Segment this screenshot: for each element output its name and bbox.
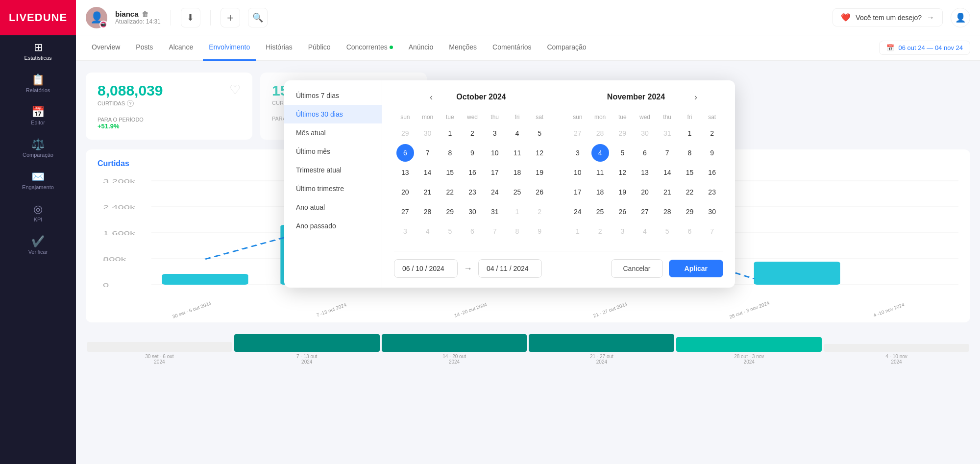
cal-day[interactable]: 30 [636, 124, 654, 142]
cal-day[interactable]: 14 [419, 164, 437, 181]
cancel-button[interactable]: Cancelar [611, 259, 663, 278]
quick-pick-ano-passado[interactable]: Ano passado [284, 217, 382, 235]
cal-day[interactable]: 13 [396, 164, 414, 181]
cal-day[interactable]: 14 [659, 164, 676, 181]
cal-day[interactable]: 5 [441, 222, 459, 240]
cal-day[interactable]: 21 [659, 183, 676, 201]
cal-day[interactable]: 10 [486, 144, 504, 162]
profile-button[interactable]: 👤 [951, 8, 970, 27]
cal-day[interactable]: 29 [613, 124, 631, 142]
cal-day[interactable]: 8 [681, 144, 698, 162]
delete-account-icon[interactable]: 🗑 [142, 10, 148, 18]
cal-day[interactable]: 7 [703, 222, 721, 240]
sidebar-item-verificar[interactable]: ✔️ Verificar [0, 229, 76, 262]
apply-button[interactable]: Aplicar [669, 260, 723, 277]
cal-day[interactable]: 5 [613, 144, 631, 162]
cal-day[interactable]: 7 [486, 222, 504, 240]
cal-day[interactable]: 31 [659, 124, 676, 142]
cal-prev-button[interactable]: ‹ [424, 90, 438, 104]
search-button[interactable]: 🔍 [248, 8, 268, 27]
tab-publico[interactable]: Público [302, 35, 337, 61]
cal-day[interactable]: 13 [636, 164, 654, 181]
cal-day[interactable]: 9 [464, 144, 481, 162]
cal-day[interactable]: 28 [419, 203, 437, 220]
tab-envolvimento[interactable]: Envolvimento [203, 35, 256, 61]
date-from-input[interactable]: 06 / 10 / 2024 [394, 259, 458, 278]
info-icon[interactable]: ? [127, 100, 134, 107]
quick-pick-ano-atual[interactable]: Ano atual [284, 198, 382, 217]
cal-day[interactable]: 19 [613, 183, 631, 201]
quick-pick-7dias[interactable]: Últimos 7 dias [284, 86, 382, 105]
tab-overview[interactable]: Overview [86, 35, 126, 61]
tab-comentarios[interactable]: Comentários [487, 35, 537, 61]
cal-day[interactable]: 3 [396, 222, 414, 240]
cal-day[interactable]: 11 [508, 144, 526, 162]
cal-day-selected-4[interactable]: 4 [591, 144, 609, 162]
cal-day[interactable]: 18 [508, 164, 526, 181]
cal-day[interactable]: 29 [396, 124, 414, 142]
cal-day[interactable]: 6 [681, 222, 698, 240]
cal-day[interactable]: 2 [591, 222, 609, 240]
cal-next-button[interactable]: › [689, 90, 703, 104]
cal-day[interactable]: 11 [591, 164, 609, 181]
sidebar-item-relatorios[interactable]: 📋 Relatórios [0, 68, 76, 100]
cal-day[interactable]: 17 [486, 164, 504, 181]
tab-alcance[interactable]: Alcance [163, 35, 199, 61]
cal-day[interactable]: 18 [591, 183, 609, 201]
date-range-button[interactable]: 📅 06 out 24 — 04 nov 24 [879, 41, 970, 55]
sidebar-item-estatisticas[interactable]: ⊞ Estatísticas [0, 35, 76, 68]
cal-day[interactable]: 19 [531, 164, 548, 181]
cal-day[interactable]: 21 [419, 183, 437, 201]
cal-day[interactable]: 15 [681, 164, 698, 181]
cal-day[interactable]: 24 [569, 203, 587, 220]
cal-day[interactable]: 3 [486, 124, 504, 142]
cal-day[interactable]: 9 [531, 222, 548, 240]
cal-day[interactable]: 3 [613, 222, 631, 240]
cal-day[interactable]: 1 [681, 124, 698, 142]
cal-day[interactable]: 27 [636, 203, 654, 220]
cal-day[interactable]: 22 [681, 183, 698, 201]
cal-day[interactable]: 20 [636, 183, 654, 201]
tab-anuncio[interactable]: Anúncio [403, 35, 440, 61]
quick-pick-mes-atual[interactable]: Mês atual [284, 123, 382, 142]
tab-posts[interactable]: Posts [130, 35, 159, 61]
tab-concorrentes[interactable]: Concorrentes [341, 35, 399, 61]
cal-day[interactable]: 16 [464, 164, 481, 181]
cal-day[interactable]: 12 [531, 144, 548, 162]
tab-comparacao[interactable]: Comparação [541, 35, 592, 61]
promo-banner[interactable]: ❤️ Você tem um desejo? → [833, 8, 943, 26]
cal-day[interactable]: 25 [591, 203, 609, 220]
cal-day[interactable]: 10 [569, 164, 587, 181]
cal-day[interactable]: 24 [486, 183, 504, 201]
cal-day[interactable]: 2 [464, 124, 481, 142]
cal-day[interactable]: 26 [531, 183, 548, 201]
cal-day[interactable]: 4 [419, 222, 437, 240]
cal-day[interactable]: 3 [569, 144, 587, 162]
cal-day[interactable]: 20 [396, 183, 414, 201]
quick-pick-30dias[interactable]: Últimos 30 dias [284, 105, 382, 123]
cal-day[interactable]: 7 [659, 144, 676, 162]
quick-pick-ultimo-trimestre[interactable]: Último trimestre [284, 179, 382, 198]
cal-day[interactable]: 6 [464, 222, 481, 240]
cal-day[interactable]: 9 [703, 144, 721, 162]
cal-day[interactable]: 5 [659, 222, 676, 240]
cal-day[interactable]: 26 [613, 203, 631, 220]
cal-day[interactable]: 8 [508, 222, 526, 240]
cal-day[interactable]: 30 [703, 203, 721, 220]
tab-historias[interactable]: Histórias [260, 35, 298, 61]
cal-day[interactable]: 8 [441, 144, 459, 162]
cal-day[interactable]: 29 [681, 203, 698, 220]
sidebar-item-engajamento[interactable]: ✉️ Engajamento [0, 165, 76, 197]
cal-day[interactable]: 17 [569, 183, 587, 201]
cal-day[interactable]: 2 [703, 124, 721, 142]
quick-pick-ultimo-mes[interactable]: Último mês [284, 142, 382, 161]
cal-day[interactable]: 1 [441, 124, 459, 142]
tab-mencoes[interactable]: Menções [443, 35, 483, 61]
cal-day[interactable]: 29 [441, 203, 459, 220]
add-button[interactable]: ＋ [220, 8, 240, 27]
cal-day[interactable]: 7 [419, 144, 437, 162]
cal-day[interactable]: 1 [569, 222, 587, 240]
cal-day[interactable]: 1 [508, 203, 526, 220]
cal-day[interactable]: 30 [464, 203, 481, 220]
cal-day[interactable]: 4 [636, 222, 654, 240]
